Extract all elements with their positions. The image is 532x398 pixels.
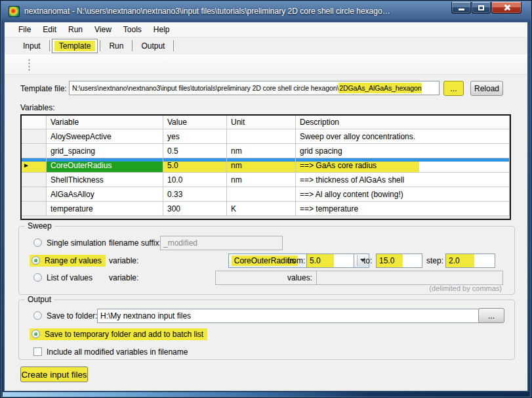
tab-input[interactable]: Input [16, 39, 47, 53]
include-variables-checkbox[interactable] [33, 347, 42, 356]
list-of-values-label: List of values [47, 273, 92, 282]
menu-tools[interactable]: Tools [117, 23, 148, 36]
maximize-button[interactable] [472, 2, 491, 14]
menu-file[interactable]: File [12, 23, 37, 36]
cell-unit[interactable] [227, 129, 296, 144]
column-header-description[interactable]: Description [296, 116, 510, 129]
cell-description[interactable]: ==> temperature [296, 202, 510, 216]
cell-variable[interactable]: grid_spacing [47, 144, 163, 158]
tab-separator [49, 40, 50, 51]
template-file-label: Template file: [20, 84, 67, 93]
list-of-values-radio[interactable] [33, 273, 42, 282]
cell-value[interactable]: 10.0 [163, 173, 227, 187]
menu-view[interactable]: View [89, 23, 117, 36]
cell-unit[interactable] [227, 187, 296, 202]
tab-template-label: Template [54, 41, 96, 51]
menu-run[interactable]: Run [62, 23, 89, 36]
browse-folder-button[interactable]: ... [478, 308, 504, 323]
cell-description[interactable]: grid spacing [296, 144, 510, 158]
cell-description[interactable]: ==> thickness of AlGaAs shell [296, 173, 510, 187]
tab-output[interactable]: Output [134, 39, 171, 53]
to-input[interactable]: 15.0 [376, 254, 422, 268]
row-header[interactable] [22, 144, 47, 158]
tab-strip: Input Template Run Output [5, 37, 527, 54]
list-variable-label: variable: [109, 273, 138, 282]
minimize-button[interactable] [451, 2, 471, 14]
close-button[interactable] [491, 2, 522, 14]
cell-variable[interactable]: AlGaAsAlloy [47, 187, 163, 202]
tab-run[interactable]: Run [102, 39, 130, 53]
cell-value[interactable]: yes [163, 129, 227, 144]
close-icon [503, 4, 510, 11]
range-of-values-option[interactable]: Range of values [30, 255, 106, 267]
step-input[interactable]: 2.0 [445, 254, 495, 268]
cell-value[interactable]: 0.5 [163, 144, 227, 158]
column-header-variable[interactable]: Variable [47, 116, 163, 129]
save-to-folder-radio[interactable] [33, 311, 42, 320]
row-header-selected[interactable]: ► [22, 158, 47, 173]
range-of-values-radio[interactable] [31, 256, 40, 265]
reload-button[interactable]: Reload [470, 81, 503, 96]
column-header-value[interactable]: Value [163, 116, 227, 129]
cell-description[interactable]: Sweep over alloy concentrations. [296, 129, 510, 144]
app-window: nextnanomat - N:\users\nextnano\nextnano… [0, 0, 532, 398]
cell-variable[interactable]: AloySweepActive [47, 129, 163, 144]
table-filler [22, 216, 510, 219]
cell-description[interactable]: ==> Al alloy content (bowing!) [296, 187, 510, 202]
window-title: nextnanomat - N:\users\nextnano\nextnano… [24, 7, 392, 16]
delimited-hint: (delimited by commas) [429, 284, 502, 292]
create-input-files-button[interactable]: Create input files [20, 366, 88, 382]
filename-suffix-label: filename suffix: [109, 238, 161, 248]
filename-suffix-input[interactable]: _modified [160, 236, 283, 250]
tab-separator [132, 40, 133, 51]
from-input[interactable]: 5.0 [306, 254, 354, 268]
cell-value[interactable]: 5.0 [163, 158, 227, 173]
tab-template[interactable]: Template [52, 39, 98, 53]
template-file-name: 2DGaAs_AlGaAs_hexagon [338, 83, 422, 93]
cell-variable[interactable]: temperature [47, 202, 163, 216]
include-variables-label: Include all modified variables in filena… [47, 347, 188, 357]
cell-variable-selected[interactable]: CoreOuterRadius [47, 158, 163, 173]
cell-unit[interactable]: nm [227, 173, 296, 187]
cell-variable[interactable]: ShellThickness [47, 173, 163, 187]
menu-help[interactable]: Help [148, 23, 176, 36]
values-input[interactable] [316, 271, 503, 285]
save-temporary-option[interactable]: Save to temporary folder and add to batc… [30, 328, 207, 340]
values-label: values: [287, 273, 312, 282]
save-folder-input[interactable]: H:\My nextnano input files [97, 309, 484, 323]
save-temporary-label: Save to temporary folder and add to batc… [45, 330, 203, 339]
template-file-path: N:\users\nextnano\nextnano3\input files\… [72, 84, 338, 92]
cell-unit[interactable]: K [227, 202, 296, 216]
menu-edit[interactable]: Edit [37, 23, 62, 36]
sweep-group: Sweep Single simulation filename suffix:… [18, 226, 515, 295]
from-label: from: [287, 256, 305, 265]
single-simulation-radio[interactable] [33, 238, 42, 247]
output-group: Output Save to folder: H:\My nextnano in… [18, 299, 515, 360]
selected-row-marker-icon: ► [23, 162, 30, 169]
cell-value[interactable]: 300 [163, 202, 227, 216]
row-header[interactable] [22, 202, 47, 216]
cell-unit[interactable]: nm [227, 158, 296, 173]
save-temporary-radio[interactable] [31, 330, 40, 338]
cell-unit[interactable]: nm [227, 144, 296, 158]
cell-description[interactable]: ==> GaAs core radius [296, 158, 510, 173]
minimize-icon [459, 9, 464, 11]
titlebar[interactable]: nextnanomat - N:\users\nextnano\nextnano… [3, 2, 529, 20]
browse-template-button[interactable]: ... [443, 81, 464, 96]
range-of-values-label: Range of values [45, 256, 102, 265]
range-variable-label: variable: [109, 256, 138, 265]
cell-value[interactable]: 0.33 [163, 187, 227, 202]
app-icon [9, 6, 20, 17]
template-file-input[interactable]: N:\users\nextnano\nextnano3\input files\… [69, 81, 440, 95]
toolbar [5, 55, 527, 75]
row-header[interactable] [22, 187, 47, 202]
row-header[interactable] [22, 173, 47, 187]
column-header-unit[interactable]: Unit [227, 116, 296, 129]
toolbar-grip[interactable] [28, 58, 30, 72]
single-simulation-label: Single simulation [47, 238, 106, 248]
step-label: step: [426, 256, 443, 265]
variables-table: Variable Value Unit Description AloySwee… [20, 114, 511, 220]
row-header[interactable] [22, 129, 47, 144]
to-label: to: [363, 256, 372, 265]
sweep-group-title: Sweep [25, 221, 54, 231]
